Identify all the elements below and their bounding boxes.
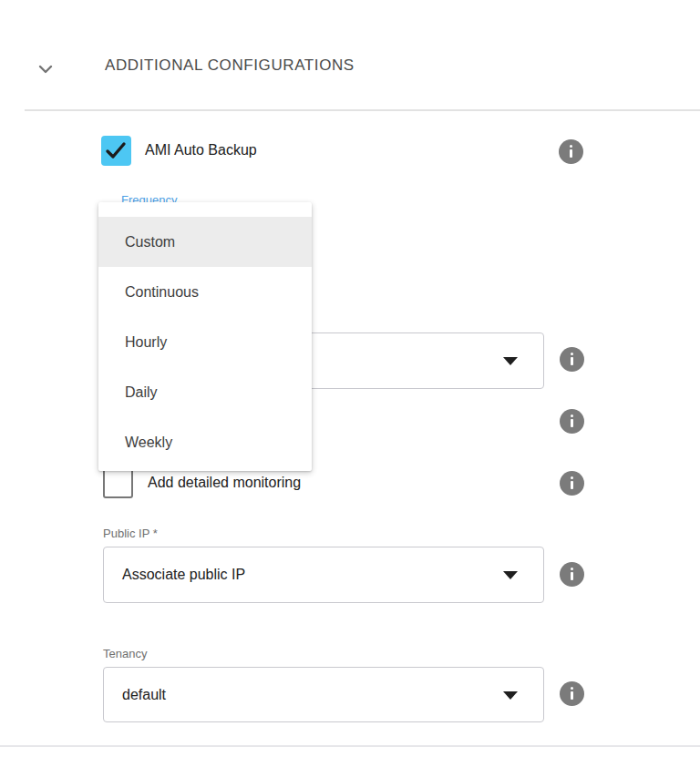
ami-auto-backup-info-icon[interactable] xyxy=(559,139,583,164)
detailed-monitoring-info-icon[interactable] xyxy=(560,471,584,496)
section-header: ADDITIONAL CONFIGURATIONS xyxy=(0,55,700,82)
frequency-dropdown-menu: Custom Continuous Hourly Daily Weekly xyxy=(98,202,312,471)
frequency-option-hourly[interactable]: Hourly xyxy=(98,317,312,367)
frequency-option-weekly[interactable]: Weekly xyxy=(98,417,312,467)
ami-auto-backup-checkbox[interactable] xyxy=(101,136,131,166)
public-ip-select[interactable]: Associate public IP xyxy=(103,547,544,603)
tenancy-selected-value: default xyxy=(122,687,166,703)
chevron-down-icon[interactable] xyxy=(36,60,55,78)
bottom-divider xyxy=(0,745,700,747)
frequency-info-icon[interactable] xyxy=(560,347,584,372)
checkmark-icon xyxy=(105,140,128,161)
frequency-option-custom[interactable]: Custom xyxy=(98,217,312,267)
public-ip-selected-value: Associate public IP xyxy=(122,567,245,583)
tenancy-field-label: Tenancy xyxy=(103,647,147,660)
tenancy-info-icon[interactable] xyxy=(560,681,584,706)
detailed-monitoring-checkbox[interactable] xyxy=(103,468,133,498)
detailed-monitoring-label: Add detailed monitoring xyxy=(148,475,301,491)
frequency-option-continuous[interactable]: Continuous xyxy=(98,267,312,317)
additional-configurations-panel: ADDITIONAL CONFIGURATIONS AMI Auto Backu… xyxy=(0,0,700,757)
section-title: ADDITIONAL CONFIGURATIONS xyxy=(105,56,355,75)
caret-down-icon xyxy=(503,571,518,579)
section-divider xyxy=(25,109,700,111)
caret-down-icon xyxy=(503,691,518,700)
caret-down-icon xyxy=(503,357,518,365)
public-ip-field-label: Public IP * xyxy=(103,527,158,540)
tenancy-select[interactable]: default xyxy=(103,667,544,722)
hidden-row-info-icon[interactable] xyxy=(560,409,584,434)
public-ip-info-icon[interactable] xyxy=(560,562,584,587)
frequency-option-daily[interactable]: Daily xyxy=(98,367,312,417)
ami-auto-backup-label: AMI Auto Backup xyxy=(145,142,257,159)
